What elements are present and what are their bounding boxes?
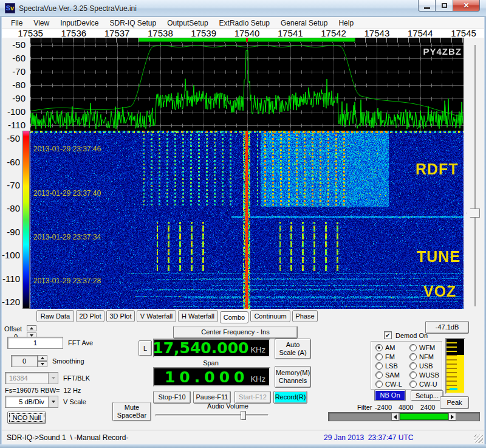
radio-sam-label[interactable]: SAM: [385, 371, 400, 379]
radio-fm[interactable]: [375, 353, 383, 360]
demod-on-label: Demod On: [395, 332, 428, 339]
smoothing-input[interactable]: 0: [11, 355, 38, 367]
radio-wfm-label[interactable]: WFM: [419, 344, 435, 351]
fs-rbw-text: Fs=196075 RBW= 12 Hz: [5, 387, 81, 394]
radio-cwl-label[interactable]: CW-L: [385, 381, 402, 388]
menu-file[interactable]: File: [5, 18, 28, 29]
signal-meter: [445, 338, 465, 394]
close-button[interactable]: ✕: [453, 0, 480, 12]
span-digits[interactable]: 10.000: [165, 368, 248, 386]
menu-outputsetup[interactable]: OutputSetup: [162, 18, 213, 29]
minimize-button[interactable]: [418, 0, 436, 12]
spectrum-plot[interactable]: [30, 43, 464, 131]
freq-tick-label: 17540: [234, 28, 260, 38]
signal-label-voz: VOZ: [423, 283, 456, 300]
signal-level-button[interactable]: -47.1dB: [425, 321, 469, 334]
menu-inputdevice[interactable]: InputDevice: [55, 18, 104, 29]
setup-button[interactable]: Setup...: [411, 390, 443, 401]
radio-nfm-label[interactable]: NFM: [419, 353, 434, 360]
db-label: -60: [0, 157, 20, 167]
pause-button[interactable]: Pause-F11: [193, 391, 231, 404]
radio-fm-label[interactable]: FM: [385, 353, 395, 360]
window-border-left: [0, 17, 2, 448]
nb-on-button[interactable]: NB On: [374, 390, 406, 401]
menu-view[interactable]: View: [28, 18, 55, 29]
smoothing-label: Smoothing: [52, 357, 84, 365]
tab-v-waterfall[interactable]: V Waterfall: [137, 310, 176, 322]
v-scale-dropdown-arrow[interactable]: [48, 396, 58, 407]
frequency-unit: KHz: [250, 345, 265, 354]
stop-button[interactable]: Stop-F10: [153, 391, 191, 404]
memory-channels-button[interactable]: Memory(M) Channels: [275, 366, 311, 388]
radio-am-label[interactable]: AM: [385, 344, 395, 351]
peak-button[interactable]: Peak: [440, 396, 469, 409]
resize-grip[interactable]: [474, 435, 483, 443]
menu-help[interactable]: Help: [333, 18, 359, 29]
tab-raw-data[interactable]: Raw Data: [36, 310, 74, 322]
span-label: Span: [182, 359, 239, 367]
filter-passband-bar[interactable]: [400, 413, 448, 420]
freq-tick-label: 17543: [364, 28, 390, 38]
radio-wfm[interactable]: [409, 344, 417, 351]
window-title: SpectraVue Ver. 3.25 SpectraVue.ini: [19, 4, 137, 13]
radio-cwu[interactable]: [409, 381, 417, 388]
menu-sdriq-setup[interactable]: SDR-IQ Setup: [104, 18, 162, 29]
frequency-lock-button[interactable]: L: [139, 340, 152, 356]
filter-low-value: -2400: [375, 404, 392, 411]
smoothing-up-button[interactable]: [38, 355, 47, 361]
radio-wusb-label[interactable]: WUSB: [419, 371, 439, 379]
radio-lsb[interactable]: [375, 362, 383, 370]
menu-general-setup[interactable]: General Setup: [275, 18, 333, 29]
center-frequency-display[interactable]: 17,540.000 KHz: [153, 339, 270, 357]
maximize-icon: [442, 3, 447, 8]
radio-cwl[interactable]: [375, 381, 383, 388]
radio-cwu-label[interactable]: CW-U: [419, 381, 437, 388]
radio-usb-label[interactable]: USB: [419, 362, 433, 370]
radio-lsb-label[interactable]: LSB: [385, 362, 398, 370]
audio-volume-slider-track[interactable]: [156, 414, 269, 416]
smoothing-down-button[interactable]: [38, 361, 47, 367]
radio-am[interactable]: [375, 344, 383, 351]
demod-on-checkbox[interactable]: [384, 331, 392, 339]
filter-scrollbar[interactable]: [328, 412, 480, 421]
radio-usb[interactable]: [409, 362, 417, 370]
filter-left-arrow[interactable]: [391, 413, 399, 421]
signal-label-tune: TUNE: [417, 248, 460, 266]
right-arrow-icon: [451, 415, 454, 419]
nco-null-button[interactable]: NCO Null: [7, 412, 46, 424]
statusbar: SDR-IQ->Sound 1 \ -Manual Record- 29 Jan…: [2, 430, 484, 444]
window-border-bottom: [0, 444, 486, 448]
mute-button[interactable]: Mute SpaceBar: [112, 402, 151, 421]
auto-scale-button[interactable]: Auto Scale (A): [275, 339, 311, 359]
filter-right-arrow[interactable]: [448, 413, 456, 421]
menu-extradio-setup[interactable]: ExtRadio Setup: [214, 18, 275, 29]
tab-continuum[interactable]: Continuum: [250, 310, 290, 322]
frequency-digits[interactable]: 17,540.000: [152, 339, 248, 357]
radio-nfm[interactable]: [409, 353, 417, 360]
titlebar[interactable]: Sv SpectraVue Ver. 3.25 SpectraVue.ini ✕: [0, 0, 486, 17]
tab-3d-plot[interactable]: 3D Plot: [106, 310, 135, 322]
db-label: -50: [0, 133, 20, 143]
maximize-button[interactable]: [436, 0, 453, 12]
db-label: -120: [0, 297, 20, 307]
center-frequency-button[interactable]: Center Frequency - Ins: [173, 326, 298, 339]
tab-combo[interactable]: Combo: [220, 311, 248, 323]
db-label: -90: [1, 93, 26, 103]
gain-slider-track[interactable]: [474, 45, 476, 306]
left-arrow-icon: [394, 415, 397, 419]
span-display[interactable]: 10.000 KHz: [153, 367, 270, 387]
db-label: -60: [1, 53, 26, 63]
offset-up-button[interactable]: [27, 325, 36, 331]
tab-phase[interactable]: Phase: [292, 310, 318, 322]
tab-h-waterfall[interactable]: H Waterfall: [178, 310, 218, 322]
tab-2d-plot[interactable]: 2D Plot: [76, 310, 104, 322]
radio-sam[interactable]: [375, 371, 383, 379]
record-button[interactable]: Record(R): [273, 391, 307, 404]
audio-volume-slider-thumb[interactable]: [241, 411, 246, 420]
fft-blk-dropdown-arrow[interactable]: [48, 373, 58, 384]
signal-meter-ticks-top: [447, 339, 457, 355]
fft-ave-input[interactable]: 1: [7, 337, 63, 349]
frequency-scale[interactable]: 17535 17536 17537 17538 17539 17540 1754…: [30, 28, 464, 38]
status-device-text: SDR-IQ->Sound 1 \ -Manual Record-: [7, 433, 128, 442]
radio-wusb[interactable]: [409, 371, 417, 379]
